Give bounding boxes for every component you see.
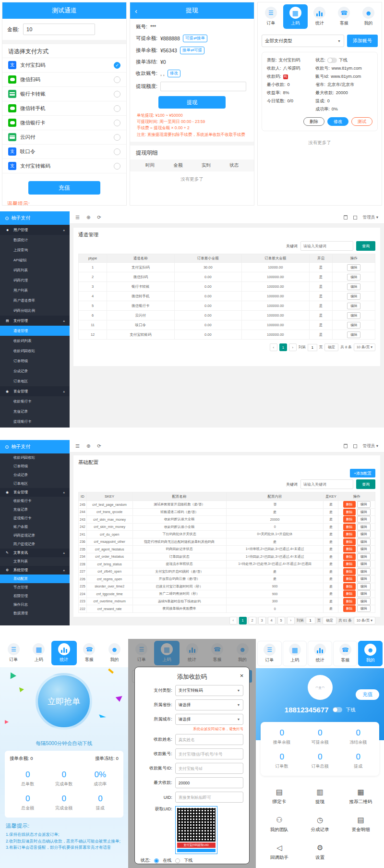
edit-button[interactable]: 编辑 bbox=[347, 312, 360, 319]
prev-page-button[interactable]: ‹ bbox=[229, 617, 237, 624]
menu-fold-icon[interactable]: ☰ bbox=[75, 215, 80, 220]
edit-button[interactable]: 编辑 bbox=[347, 293, 360, 300]
page-number-button[interactable]: 3 bbox=[258, 617, 266, 624]
edit-button[interactable]: 编辑 bbox=[357, 531, 371, 538]
edit-button[interactable]: 编辑 bbox=[357, 568, 371, 575]
delete-button[interactable]: 删除 bbox=[343, 524, 356, 530]
sidebar-item[interactable]: 充值记录 bbox=[0, 505, 70, 514]
trash-icon[interactable] bbox=[344, 444, 348, 448]
back-icon[interactable]: ‹ bbox=[135, 7, 137, 15]
tab[interactable]: 客服 bbox=[332, 4, 356, 29]
page-number-button[interactable]: 5 bbox=[277, 617, 285, 624]
sidebar-item[interactable]: 通道管理 bbox=[0, 326, 70, 336]
delete-button[interactable]: 删除 bbox=[343, 590, 356, 597]
delete-button[interactable]: 删除 bbox=[343, 553, 356, 560]
sidebar-item[interactable]: 文章列表 bbox=[0, 557, 70, 566]
sidebar-item[interactable]: 订单明细 bbox=[0, 356, 70, 366]
fullscreen-icon[interactable] bbox=[353, 216, 357, 220]
tab[interactable]: 订单 bbox=[1, 641, 26, 665]
confirm-button[interactable]: 确定 bbox=[324, 343, 338, 351]
sidebar-item[interactable]: 收款银行卡 bbox=[0, 396, 70, 406]
sidebar-item[interactable]: 操作日志 bbox=[0, 600, 70, 609]
menu-item[interactable]: ⚇ 我的团队 bbox=[259, 810, 300, 838]
refresh-icon[interactable]: ⟳ bbox=[97, 443, 101, 449]
keyword-input[interactable] bbox=[300, 241, 353, 251]
edit-button[interactable]: 编辑 bbox=[357, 553, 371, 560]
transfer-to-order-button[interactable]: 可提⇄接单 bbox=[183, 35, 207, 42]
jump-page-input[interactable] bbox=[308, 344, 317, 351]
transfer-to-available-button[interactable]: 接单⇄可提 bbox=[180, 47, 204, 54]
qr-code-icon[interactable]: 码 bbox=[283, 74, 288, 79]
edit-button[interactable]: 编辑 bbox=[357, 538, 371, 545]
payee-accountid-input[interactable] bbox=[175, 763, 244, 774]
tab[interactable]: 订单 bbox=[257, 641, 282, 666]
sidebar-item[interactable]: 上报查询 bbox=[0, 245, 70, 255]
payment-method-row[interactable]: 微信转手机 bbox=[2, 101, 126, 116]
menu-item[interactable]: ◷ 分成记录 bbox=[300, 810, 340, 838]
grab-order-button[interactable]: 立即抢单 bbox=[36, 673, 92, 730]
uid-input[interactable] bbox=[175, 792, 244, 803]
delete-button[interactable]: 删除 bbox=[343, 509, 356, 515]
delete-button[interactable]: 删除 bbox=[343, 538, 356, 545]
payment-method-radio[interactable] bbox=[114, 105, 120, 112]
tab[interactable]: 统计 bbox=[308, 4, 332, 29]
province-select[interactable]: 请选择▼ bbox=[175, 699, 244, 710]
edit-button[interactable]: 编辑 bbox=[357, 561, 371, 567]
edit-button[interactable]: 编辑 bbox=[347, 303, 360, 309]
sidebar-item[interactable]: 分成记录 bbox=[0, 471, 70, 479]
edit-button[interactable]: 编辑 bbox=[357, 605, 371, 612]
edit-button[interactable]: 编辑 bbox=[357, 583, 371, 590]
delete-button[interactable]: 删除 bbox=[343, 583, 356, 590]
refresh-icon[interactable]: ⟳ bbox=[97, 215, 101, 220]
sidebar-item[interactable]: 数据清理 bbox=[0, 609, 70, 618]
payment-method-radio[interactable] bbox=[114, 163, 120, 170]
delete-button[interactable]: 删除 bbox=[343, 516, 356, 523]
sidebar-item[interactable]: API秘钥 bbox=[0, 255, 70, 265]
sidebar-item[interactable]: 提现银行卡 bbox=[0, 416, 70, 427]
modify-payee-button[interactable]: 修改 bbox=[168, 70, 180, 77]
globe-icon[interactable]: ⊕ bbox=[86, 215, 90, 220]
edit-button[interactable]: 编辑 bbox=[347, 283, 360, 290]
payment-method-row[interactable]: 微信扫码 bbox=[2, 73, 126, 87]
page-number-button[interactable]: 2 bbox=[249, 617, 256, 624]
sidebar-item[interactable]: 订单地区 bbox=[0, 479, 70, 488]
sidebar-item[interactable]: 基础配置 bbox=[0, 575, 70, 583]
delete-button[interactable]: 删除 bbox=[343, 568, 356, 575]
sidebar-item[interactable]: 提现银行卡 bbox=[0, 514, 70, 523]
globe-icon[interactable]: ⊕ bbox=[86, 443, 90, 449]
edit-button[interactable]: 编辑 bbox=[357, 524, 371, 530]
delete-button[interactable]: 删除 bbox=[343, 605, 356, 612]
recharge-button[interactable]: 充值 bbox=[356, 689, 379, 700]
tab[interactable]: 上码 bbox=[283, 4, 308, 29]
edit-button[interactable]: 编辑 bbox=[357, 516, 371, 523]
offline-radio[interactable] bbox=[175, 858, 180, 863]
sidebar-item[interactable]: 数据统计 bbox=[0, 235, 70, 245]
add-account-button[interactable]: 添加账号 bbox=[347, 35, 378, 47]
tab[interactable]: 客服 bbox=[77, 641, 102, 665]
sidebar-item[interactable]: 用户列表 bbox=[0, 285, 70, 295]
fullscreen-icon[interactable] bbox=[353, 444, 357, 448]
page-number-button[interactable]: 1 bbox=[279, 343, 287, 351]
sidebar-item[interactable]: 收款码列表 bbox=[0, 336, 70, 346]
payee-name-input[interactable] bbox=[175, 734, 244, 745]
delete-button[interactable]: 删除 bbox=[343, 598, 356, 605]
edit-button[interactable]: 编辑 bbox=[357, 575, 371, 582]
payment-method-radio[interactable] bbox=[114, 148, 120, 155]
sidebar-item[interactable]: 节点管理 bbox=[0, 583, 70, 592]
payment-method-row[interactable]: 吱口令 bbox=[2, 145, 126, 159]
keyword-input[interactable] bbox=[300, 479, 353, 489]
confirm-button[interactable]: 确定 bbox=[323, 617, 336, 624]
sidebar-item[interactable]: 码商提现记录 bbox=[0, 531, 70, 540]
sidebar-item[interactable]: 订单明细 bbox=[0, 462, 70, 471]
sidebar-item[interactable]: 码商列表 bbox=[0, 265, 70, 275]
tab[interactable]: 上码 bbox=[26, 641, 52, 665]
delete-button[interactable]: 删除 bbox=[343, 546, 356, 552]
payment-method-row[interactable]: 支付宝扫码 bbox=[2, 58, 126, 73]
recharge-button[interactable]: 充值 bbox=[28, 181, 100, 195]
payment-method-row[interactable]: 云闪付 bbox=[2, 130, 126, 145]
prev-page-button[interactable]: ‹ bbox=[270, 343, 277, 351]
menu-item[interactable]: ▤ 资金明细 bbox=[340, 810, 381, 838]
withdraw-amount-input[interactable] bbox=[160, 82, 246, 91]
sidebar-item[interactable]: 收款银行卡 bbox=[0, 497, 70, 505]
trash-icon[interactable] bbox=[344, 215, 348, 220]
